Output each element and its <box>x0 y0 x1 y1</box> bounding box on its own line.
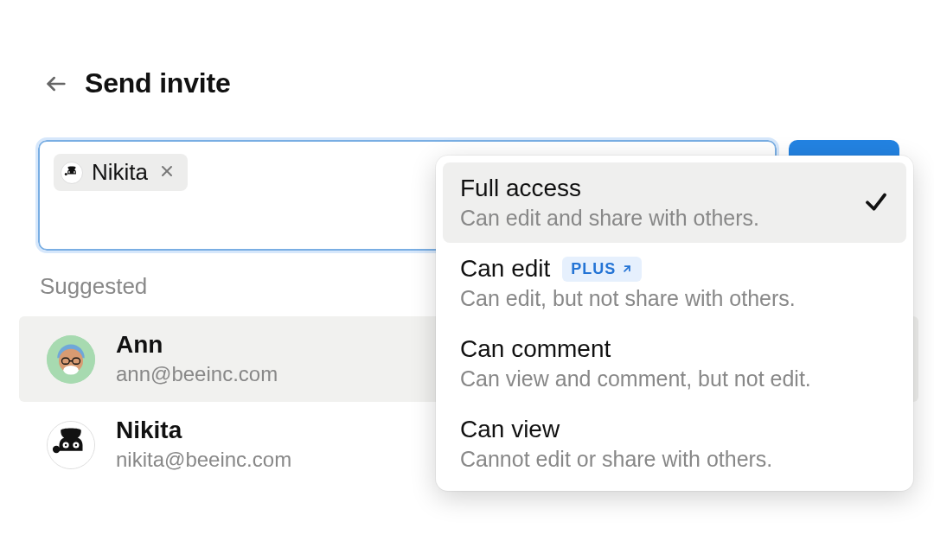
page-title: Send invite <box>85 67 231 99</box>
suggested-name: Ann <box>116 330 278 360</box>
avatar <box>47 335 95 384</box>
close-icon <box>158 162 176 180</box>
recipient-chip[interactable]: Nikita <box>54 154 188 191</box>
permission-option-can-view[interactable]: Can view Cannot edit or share with other… <box>443 404 906 484</box>
person-icon <box>61 162 82 183</box>
svg-point-19 <box>65 444 67 447</box>
permission-option-can-comment[interactable]: Can comment Can view and comment, but no… <box>443 323 906 404</box>
check-icon <box>863 188 889 218</box>
arrow-up-right-icon <box>621 263 633 275</box>
svg-point-4 <box>68 171 69 172</box>
svg-point-14 <box>63 366 79 375</box>
permission-option-can-edit[interactable]: Can edit PLUS Can edit, but not share wi… <box>443 243 906 323</box>
plus-badge[interactable]: PLUS <box>562 257 642 282</box>
suggested-label: Suggested <box>40 273 147 300</box>
option-desc: Can view and comment, but not edit. <box>460 366 889 391</box>
svg-point-5 <box>74 171 74 172</box>
option-desc: Cannot edit or share with others. <box>460 447 889 472</box>
permission-option-full-access[interactable]: Full access Can edit and share with othe… <box>443 162 906 243</box>
remove-chip-button[interactable] <box>157 162 177 183</box>
person-icon <box>48 421 94 469</box>
avatar <box>47 421 95 469</box>
option-desc: Can edit and share with others. <box>460 206 889 231</box>
svg-point-6 <box>65 173 67 175</box>
svg-point-21 <box>53 446 60 453</box>
option-desc: Can edit, but not share with others. <box>460 286 889 311</box>
svg-point-20 <box>75 444 78 447</box>
back-button[interactable] <box>43 71 69 97</box>
suggested-item-text: Nikita nikita@beeinc.com <box>116 416 291 474</box>
option-title: Can view <box>460 416 560 443</box>
suggested-name: Nikita <box>116 416 291 445</box>
arrow-left-icon <box>44 72 68 96</box>
option-title: Full access <box>460 175 581 202</box>
suggested-email: nikita@beeinc.com <box>116 445 291 474</box>
badge-label: PLUS <box>571 260 616 278</box>
permission-dropdown: Full access Can edit and share with othe… <box>436 156 913 491</box>
option-title: Can comment <box>460 335 611 363</box>
chip-name: Nikita <box>92 159 148 186</box>
person-icon <box>47 335 95 384</box>
suggested-email: ann@beeinc.com <box>116 360 278 389</box>
avatar <box>61 162 83 184</box>
option-title: Can edit <box>460 255 550 283</box>
suggested-item-text: Ann ann@beeinc.com <box>116 330 278 388</box>
